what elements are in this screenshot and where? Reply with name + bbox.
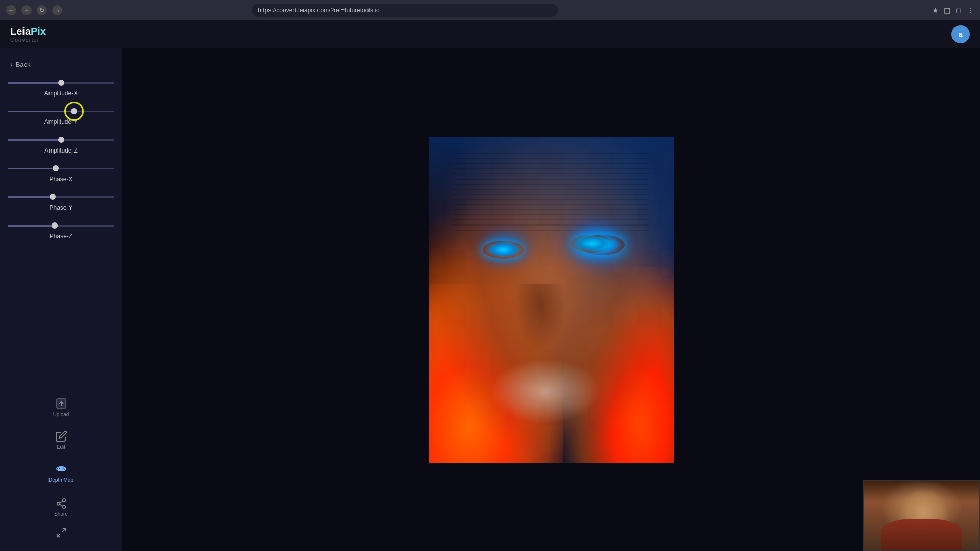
share-icon — [56, 498, 67, 509]
svg-point-7 — [62, 506, 65, 509]
content-area: ‹ Back Amplitude-X — [0, 48, 980, 551]
nav-back-button[interactable]: ← — [6, 5, 16, 15]
amplitude-y-group: Amplitude-Y — [8, 106, 114, 126]
nav-refresh-button[interactable]: ↻ — [37, 5, 47, 15]
sidebar: ‹ Back Amplitude-X — [0, 48, 122, 551]
logo-pix: Pix — [31, 26, 46, 37]
amplitude-x-label: Amplitude-X — [8, 90, 114, 97]
phase-y-group: Phase-Y — [8, 192, 114, 211]
logo-leia: Leia — [10, 26, 31, 37]
amplitude-z-slider[interactable] — [8, 135, 114, 145]
top-bar: Leia Pix Converter a — [0, 20, 980, 48]
phase-y-slider[interactable] — [8, 192, 114, 202]
sidebar-item-depth-map[interactable]: Depth Map — [0, 458, 122, 488]
svg-point-6 — [57, 502, 60, 505]
image-container — [429, 137, 674, 463]
sidebar-icons: Upload Edit Dep — [0, 387, 122, 493]
nav-home-button[interactable]: ⌂ — [52, 5, 62, 15]
phase-x-label: Phase-X — [8, 176, 114, 183]
svg-line-10 — [62, 529, 65, 532]
amplitude-z-label: Amplitude-Z — [8, 147, 114, 154]
back-arrow-icon: ‹ — [10, 60, 13, 68]
browser-chrome: ← → ↻ ⌂ https://convert.leiapix.com/?ref… — [0, 0, 980, 20]
share-section[interactable]: Share — [0, 493, 122, 522]
svg-line-8 — [59, 504, 62, 506]
amplitude-z-group: Amplitude-Z — [8, 135, 114, 154]
back-button[interactable]: ‹ Back — [0, 56, 122, 72]
svg-line-11 — [57, 534, 60, 537]
phase-y-label: Phase-Y — [8, 204, 114, 211]
upload-label: Upload — [53, 412, 69, 417]
browser-extensions: ★ ◫ ◻ ⋮ — [932, 6, 974, 14]
webcam-overlay — [863, 480, 980, 551]
depth-map-icon — [55, 463, 67, 475]
sidebar-item-upload[interactable]: Upload — [0, 392, 122, 422]
fullscreen-icon — [56, 527, 67, 538]
amplitude-y-slider[interactable] — [8, 106, 114, 116]
edit-icon — [55, 430, 67, 442]
main-canvas — [122, 48, 980, 551]
amplitude-x-group: Amplitude-X — [8, 78, 114, 97]
svg-point-4 — [60, 468, 62, 470]
user-avatar[interactable]: a — [951, 25, 970, 43]
webcam-person-image — [864, 481, 979, 550]
logo: Leia Pix Converter — [10, 26, 46, 43]
svg-line-9 — [59, 501, 62, 503]
svg-point-5 — [62, 499, 65, 502]
depth-map-label: Depth Map — [48, 477, 74, 483]
phase-x-slider[interactable] — [8, 163, 114, 173]
share-label: Share — [54, 511, 68, 517]
app-container: Leia Pix Converter a ‹ Back — [0, 20, 980, 551]
phase-z-group: Phase-Z — [8, 220, 114, 240]
phase-z-label: Phase-Z — [8, 233, 114, 240]
back-label: Back — [16, 61, 31, 68]
amplitude-x-slider[interactable] — [8, 78, 114, 88]
nav-forward-button[interactable]: → — [21, 5, 32, 15]
main-image — [429, 137, 674, 463]
upload-icon — [55, 397, 67, 410]
phase-z-slider[interactable] — [8, 220, 114, 231]
phase-x-group: Phase-X — [8, 163, 114, 183]
sliders-section: Amplitude-X Amplitude- — [0, 78, 122, 387]
sidebar-item-edit[interactable]: Edit — [0, 425, 122, 455]
address-bar[interactable]: https://convert.leiapix.com/?ref=futuret… — [252, 4, 558, 17]
fullscreen-section[interactable] — [0, 522, 122, 543]
amplitude-y-label: Amplitude-Y — [8, 118, 114, 126]
edit-label: Edit — [57, 444, 65, 450]
logo-subtitle: Converter — [10, 37, 46, 43]
